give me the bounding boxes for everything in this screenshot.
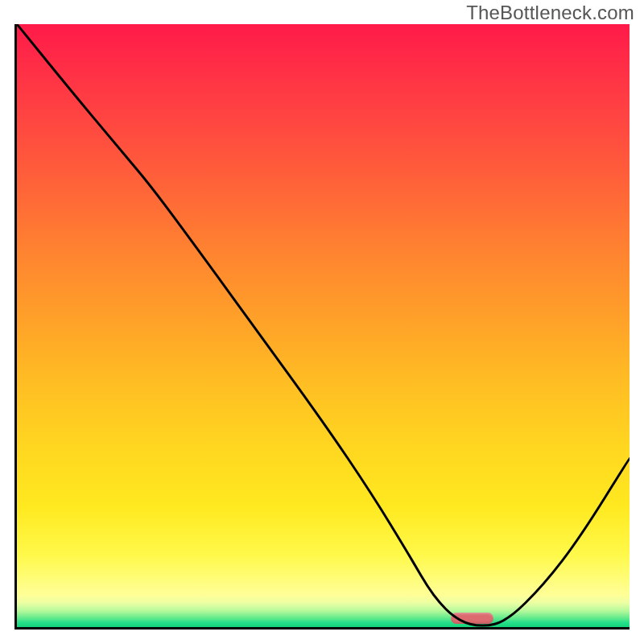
chart-plot-area (14, 24, 630, 630)
bottleneck-curve (17, 24, 630, 627)
watermark-text: TheBottleneck.com (466, 2, 634, 24)
